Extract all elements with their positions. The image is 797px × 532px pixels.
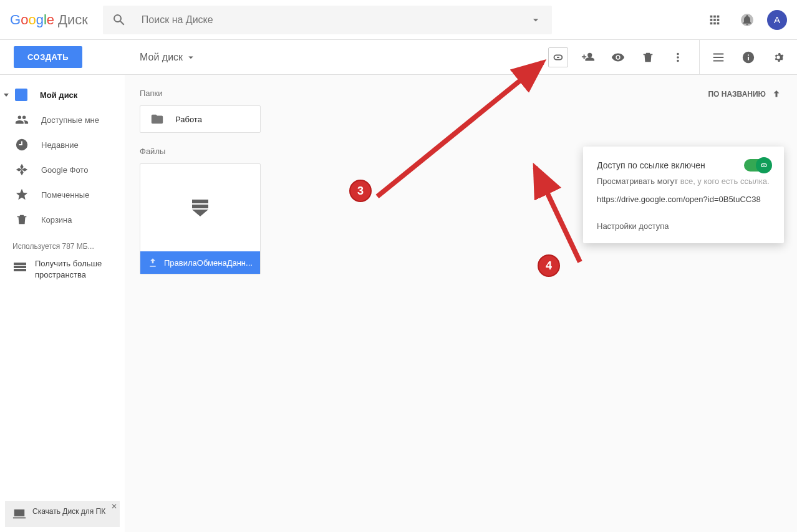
star-icon — [15, 188, 29, 201]
main-content: ПО НАЗВАНИЮ Папки Работа Файлы ПравилаОб… — [125, 75, 797, 532]
bell-icon — [741, 14, 753, 26]
logo-product: Диск — [58, 12, 88, 28]
sidebar-item-mydrive[interactable]: Мой диск — [0, 82, 125, 107]
sidebar: Мой диск Доступные мне Недавние Google Ф… — [0, 75, 125, 532]
sidebar-item-photos[interactable]: Google Фото — [0, 157, 125, 182]
search-icon — [112, 12, 127, 27]
notifications-button[interactable] — [735, 7, 760, 32]
storage-info: Используется 787 МБ... — [0, 232, 125, 256]
file-item[interactable]: ПравилаОбменаДанн... — [140, 163, 261, 274]
photos-icon — [15, 163, 29, 177]
breadcrumb[interactable]: Мой диск — [125, 52, 196, 63]
share-url[interactable]: https://drive.google.com/open?id=0B5tuCC… — [597, 195, 770, 204]
close-icon[interactable]: ✕ — [111, 502, 117, 511]
folder-item[interactable]: Работа — [140, 105, 261, 133]
download-label: Скачать Диск для ПК — [32, 507, 105, 516]
popover-subtitle: Просматривать могут все, у кого есть ссы… — [597, 177, 770, 186]
toolbar-actions — [543, 42, 699, 72]
desktop-icon — [12, 507, 26, 521]
person-add-icon — [581, 51, 595, 64]
app-header: Google Диск A — [0, 0, 797, 40]
caret-down-icon — [185, 52, 196, 63]
toggle-knob — [756, 157, 772, 173]
link-share-popover: Доступ по ссылке включен Просматривать м… — [583, 147, 784, 243]
apps-button[interactable] — [702, 7, 727, 32]
link-icon — [760, 161, 768, 170]
details-button[interactable] — [733, 42, 763, 72]
sort-label: ПО НАЗВАНИЮ — [708, 90, 766, 99]
more-vert-icon — [671, 51, 685, 64]
folders-header: Папки — [125, 75, 797, 105]
file-name-bar: ПравилаОбменаДанн... — [140, 251, 260, 274]
toolbar-right — [699, 40, 797, 74]
expand-icon[interactable] — [4, 94, 9, 97]
share-button[interactable] — [573, 42, 603, 72]
folder-icon — [150, 112, 164, 126]
storage-icon — [12, 259, 27, 274]
delete-button[interactable] — [633, 42, 663, 72]
google-logo: Google — [10, 12, 54, 28]
sidebar-label: Мой диск — [40, 90, 77, 100]
link-access-toggle[interactable] — [744, 159, 770, 172]
list-icon — [712, 51, 725, 64]
logo[interactable]: Google Диск — [10, 12, 88, 28]
sidebar-label: Недавние — [41, 140, 79, 150]
link-icon — [551, 51, 565, 64]
search-input[interactable] — [142, 14, 528, 26]
header-actions: A — [702, 7, 787, 32]
preview-button[interactable] — [603, 42, 633, 72]
more-button[interactable] — [663, 42, 693, 72]
eye-icon — [611, 51, 625, 64]
search-options-dropdown[interactable] — [528, 12, 543, 27]
arrow-up-icon — [771, 89, 782, 100]
file-name: ПравилаОбменаДанн... — [164, 258, 253, 268]
sidebar-label: Корзина — [41, 215, 72, 225]
breadcrumb-label: Мой диск — [140, 52, 183, 63]
sidebar-label: Помеченные — [41, 190, 89, 200]
sub-prefix: Просматривать могут — [597, 177, 680, 186]
toolbar: СОЗДАТЬ Мой диск — [0, 40, 797, 75]
sidebar-item-starred[interactable]: Помеченные — [0, 182, 125, 207]
sidebar-item-trash[interactable]: Корзина — [0, 207, 125, 232]
download-icon — [192, 200, 208, 216]
folder-name: Работа — [175, 115, 202, 124]
sidebar-item-shared[interactable]: Доступные мне — [0, 107, 125, 132]
view-list-button[interactable] — [703, 42, 733, 72]
clock-icon — [15, 138, 29, 152]
sort-control[interactable]: ПО НАЗВАНИЮ — [708, 89, 782, 100]
storage-upsell[interactable]: Получить больше пространства — [0, 256, 125, 288]
file-type-icon — [148, 258, 158, 268]
settings-button[interactable] — [763, 42, 793, 72]
apps-icon — [708, 13, 722, 27]
share-settings-link[interactable]: Настройки доступа — [597, 221, 770, 231]
sidebar-item-recent[interactable]: Недавние — [0, 132, 125, 157]
create-button[interactable]: СОЗДАТЬ — [14, 46, 82, 68]
gear-icon — [771, 51, 785, 64]
search-bar[interactable] — [103, 6, 552, 34]
account-avatar[interactable]: A — [767, 10, 787, 30]
sub-who: все, у кого есть ссылка. — [680, 177, 770, 186]
download-drive-promo[interactable]: Скачать Диск для ПК ✕ — [5, 501, 120, 527]
trash-icon — [641, 51, 655, 64]
caret-down-icon — [529, 14, 542, 26]
upsell-label: Получить больше пространства — [35, 258, 115, 281]
info-icon — [741, 51, 755, 64]
sidebar-label: Доступные мне — [41, 115, 99, 125]
drive-icon — [15, 89, 27, 101]
people-icon — [15, 113, 29, 127]
sidebar-label: Google Фото — [41, 165, 88, 175]
file-thumbnail — [140, 164, 260, 251]
trash-icon — [15, 213, 29, 226]
get-link-button[interactable] — [548, 47, 568, 67]
popover-title: Доступ по ссылке включен — [597, 160, 705, 170]
